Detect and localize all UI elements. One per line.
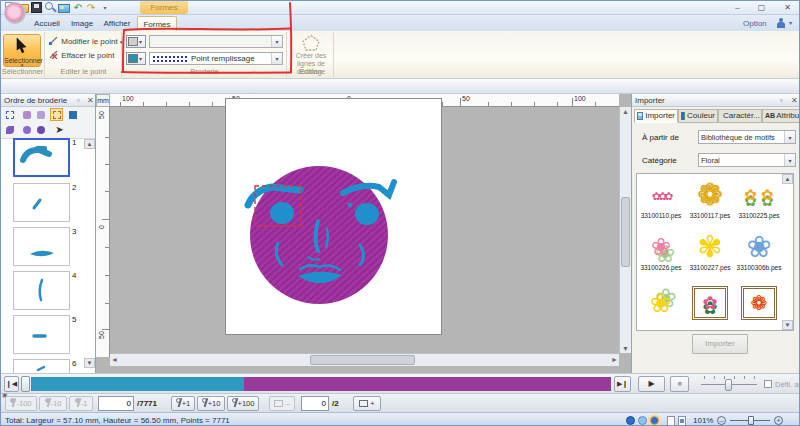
panel-close-icon[interactable]: ✕ (87, 94, 94, 107)
current-stitch-input[interactable] (98, 396, 134, 411)
move-later-icon[interactable] (34, 123, 47, 136)
ungroup-objects-icon[interactable] (34, 108, 47, 121)
realistic-view-toggle-icon[interactable] (650, 416, 659, 425)
import-pin-icon[interactable]: ▫ (780, 94, 783, 107)
select-tool-button[interactable]: Sélectionner ▾ (3, 34, 41, 67)
order-item-6[interactable] (13, 359, 70, 373)
vscroll-thumb[interactable] (621, 197, 630, 267)
grid-scroll-down-icon[interactable]: ▼ (782, 320, 793, 330)
stitch-back-1-button[interactable]: -1 (69, 396, 93, 411)
go-to-end-button[interactable]: ▶❙ (614, 376, 631, 392)
save-icon[interactable] (31, 2, 43, 14)
outline-stitch-dropdown[interactable]: ▾ (149, 35, 283, 48)
pattern-thumb-33100226[interactable]: 33100226.pes (638, 230, 684, 271)
canvas-vertical-scrollbar[interactable]: ▲ ▼ (619, 107, 631, 353)
stitch-back-10-button[interactable]: -10 (39, 396, 67, 411)
hscroll-thumb[interactable] (310, 355, 415, 365)
toolbar-options-chevron-icon[interactable]: ▾ (99, 2, 111, 14)
pattern-thumb-33100117[interactable]: 33100117.pes (687, 178, 733, 219)
select-cursor-icon[interactable]: ➤ (53, 123, 66, 136)
stitch-view-toggle-icon[interactable] (638, 416, 647, 425)
tab-importer[interactable]: Importer (634, 109, 678, 123)
stitch-fwd-10-button[interactable]: +10 (197, 396, 225, 411)
go-to-start-button[interactable]: ❙◀ (4, 376, 19, 392)
play-button[interactable]: ▶ (638, 376, 665, 392)
design-page-icon[interactable] (58, 2, 70, 14)
erase-point-button[interactable]: Effacer le point (49, 50, 114, 62)
tab-image[interactable]: Image (67, 16, 97, 31)
scroll-right-icon[interactable]: ► (611, 356, 618, 363)
speed-slider-thumb[interactable] (725, 379, 732, 391)
order-item-5[interactable] (13, 315, 70, 354)
fill-color-button[interactable]: ▾ (126, 52, 146, 65)
tab-formes[interactable]: Formes (137, 16, 177, 31)
tab-attributs[interactable]: AB Attribut... (762, 109, 800, 123)
progress-track-remaining[interactable] (244, 377, 611, 391)
page-view-icon[interactable] (667, 416, 675, 426)
stop-button[interactable]: ■ (670, 376, 689, 392)
page-fit-icon[interactable] (678, 416, 686, 426)
option-menu[interactable]: Option (743, 16, 767, 31)
tab-accueil[interactable]: Accueil (29, 16, 65, 31)
app-logo-flower-icon[interactable] (4, 2, 26, 24)
scroll-down-icon[interactable]: ▼ (622, 345, 629, 352)
order-item-2[interactable] (13, 183, 70, 222)
pattern-thumb-33100225[interactable]: 33100225.pes (736, 178, 782, 219)
restore-button[interactable]: ▢ (753, 3, 770, 13)
zoom-slider-thumb[interactable] (748, 416, 754, 425)
design-page[interactable] (225, 98, 442, 335)
import-close-icon[interactable]: ✕ (791, 94, 798, 107)
optimize-order-icon[interactable] (3, 108, 16, 121)
zoom-out-icon[interactable]: – (717, 416, 726, 425)
move-earlier-icon[interactable] (20, 123, 33, 136)
scroll-up-icon[interactable]: ▲ (622, 108, 629, 115)
hoop-next-button[interactable]: + (353, 396, 381, 411)
close-button[interactable]: ✕ (779, 3, 796, 13)
pattern-thumb-framed-red[interactable] (736, 286, 782, 320)
progress-slider-handle[interactable] (21, 376, 30, 392)
solid-view-toggle-icon[interactable] (626, 416, 635, 425)
pattern-thumb-daffodil[interactable] (638, 286, 684, 320)
canvas-horizontal-scrollbar[interactable]: ◄ ► (110, 353, 619, 366)
group-objects-icon[interactable] (20, 108, 33, 121)
hoop-prev-button[interactable]: – (269, 396, 295, 411)
category-dropdown[interactable]: Floral ▾ (698, 153, 796, 167)
user-menu-chevron-icon[interactable]: ▾ (789, 19, 792, 26)
stitch-back-100-button[interactable]: -100 (5, 396, 37, 411)
scroll-left-icon[interactable]: ◄ (111, 356, 118, 363)
fill-stitch-dropdown[interactable]: Point remplissage ▾ (149, 52, 283, 65)
tab-caracteristiques[interactable]: Caractér... (718, 109, 762, 123)
import-button[interactable]: Importer (692, 334, 748, 354)
order-item-1[interactable] (13, 138, 70, 177)
user-account-icon[interactable] (777, 18, 785, 28)
panel-pin-icon[interactable]: ▫ (77, 94, 80, 107)
modify-point-button[interactable]: Modifier le point ▾ (49, 36, 122, 48)
pattern-thumb-framed-tulip[interactable] (687, 286, 733, 320)
current-hoop-input[interactable] (301, 396, 329, 411)
auto-scroll-checkbox[interactable] (764, 380, 772, 388)
outline-color-button[interactable]: ▾ (126, 35, 146, 48)
pattern-thumb-33100227[interactable]: 33100227.pes (687, 230, 733, 271)
order-scroll-down-icon[interactable]: ▼ (84, 358, 95, 368)
pattern-thumb-33100306b[interactable]: 33100306b.pes (736, 230, 782, 271)
stitch-fwd-100-button[interactable]: +100 (227, 396, 259, 411)
minimize-button[interactable]: – (729, 3, 746, 13)
from-dropdown[interactable]: Bibliothèque de motifs ▾ (698, 130, 796, 144)
tab-couleur[interactable]: Couleur (678, 109, 718, 123)
order-item-3[interactable] (13, 227, 70, 266)
pattern-thumb-33100110[interactable]: 33100110.pes (638, 178, 684, 219)
zoom-in-icon[interactable]: + (774, 416, 783, 425)
progress-track-sewn[interactable] (31, 377, 244, 391)
reorder-first-icon[interactable] (3, 123, 16, 136)
tab-afficher[interactable]: Afficher (99, 16, 135, 31)
grid-scroll-up-icon[interactable]: ▲ (782, 174, 793, 184)
solid-view-icon[interactable] (66, 108, 79, 121)
redo-icon[interactable]: ↷ (85, 2, 97, 14)
undo-icon[interactable]: ↶ (72, 2, 84, 14)
order-item-4[interactable] (13, 271, 70, 310)
offset-lines-button[interactable]: Créer des lignes de décalage (288, 34, 334, 55)
show-frame-icon[interactable] (50, 108, 63, 121)
order-scroll-up-icon[interactable]: ▲ (84, 139, 95, 149)
stitch-fwd-1-button[interactable]: +1 (171, 396, 195, 411)
zoom-tool-icon[interactable] (45, 2, 57, 14)
